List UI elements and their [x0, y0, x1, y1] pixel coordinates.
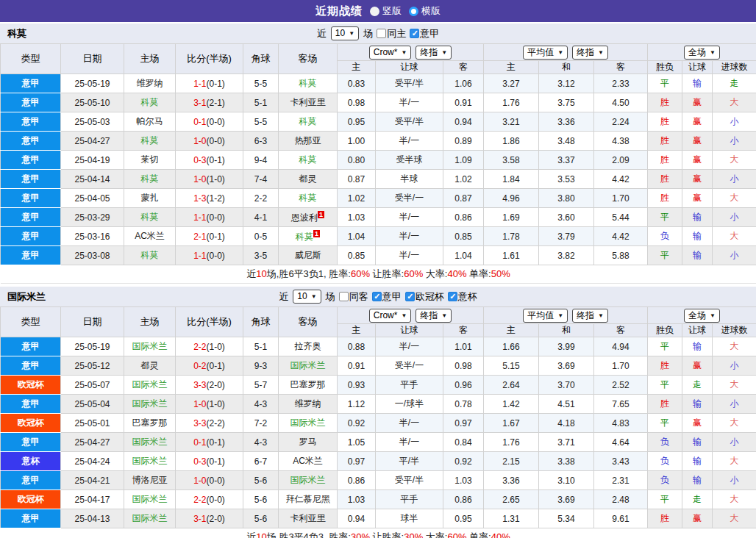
handicap-cell: 半/一	[376, 246, 443, 265]
result-wdl-cell: 胜	[648, 151, 682, 170]
odds-away-cell: 0.98	[443, 356, 484, 376]
result-handicap-cell: 赢	[682, 414, 713, 433]
fulltime-score: 1-0	[193, 174, 206, 184]
table-row: 意甲25-03-08科莫1-1(0-0)3-5威尼斯0.85半/一1.041.6…	[1, 246, 756, 265]
team-name-text: 巴塞罗那	[290, 379, 326, 390]
dropdown-select[interactable]: 终指▼	[416, 46, 452, 60]
handicap-cell: 平/半	[376, 452, 443, 471]
score-cell: 1-0(1-0)	[176, 395, 243, 414]
filter-checkbox[interactable]: 意杯	[448, 290, 477, 304]
team-name-text: 都灵	[299, 173, 317, 184]
fulltime-score: 2-2	[193, 342, 206, 352]
dropdown-select[interactable]: 全场▼	[684, 46, 720, 60]
summary-segment: 60%	[404, 268, 423, 279]
filter-checkbox[interactable]: 欧冠杯	[405, 290, 444, 304]
avg-home-cell: 3.58	[484, 151, 539, 170]
match-count-select[interactable]: 10▼	[293, 290, 321, 304]
avg-away-cell: 3.43	[594, 452, 648, 471]
team-name-text: 科莫	[141, 97, 159, 107]
avg-away-cell: 5.88	[594, 246, 648, 265]
dropdown-select[interactable]: 平均值▼	[523, 46, 568, 60]
handicap-cell: 受半/一	[376, 356, 443, 376]
odds-away-cell: 1.02	[443, 170, 484, 189]
avg-away-cell: 1.70	[594, 189, 648, 208]
avg-home-cell: 2.64	[484, 376, 539, 395]
avg-draw-cell: 4.51	[539, 395, 594, 414]
checkbox-checked-icon	[405, 292, 415, 301]
fulltime-score: 0-3	[193, 456, 206, 467]
avg-draw-cell: 3.82	[539, 246, 594, 265]
chevron-down-icon: ▼	[401, 47, 407, 58]
avg-home-cell: 1.76	[484, 93, 539, 112]
result-handicap-cell: 赢	[682, 189, 713, 208]
type-cell: 意甲	[1, 112, 61, 132]
filter-checkbox[interactable]: 同主	[377, 27, 406, 40]
matches-label: 场	[326, 290, 335, 304]
summary-segment: 10	[256, 531, 266, 538]
avg-away-cell: 5.44	[594, 208, 648, 227]
checkbox-label: 同主	[387, 27, 406, 40]
fulltime-score: 3-3	[193, 418, 206, 428]
handicap-cell: 受平/半	[376, 112, 443, 132]
result-goals-cell: 小	[713, 246, 756, 265]
result-goals-cell: 小	[713, 170, 756, 189]
date-cell: 25-04-27	[61, 433, 124, 452]
home-team-cell: 蒙扎	[124, 189, 176, 208]
checkbox-unchecked-icon	[339, 292, 349, 301]
score-cell: 3-3(2-2)	[176, 414, 243, 433]
table-row: 欧冠杯25-05-01巴塞罗那3-3(2-2)7-2国际米兰0.92半/一0.9…	[1, 414, 756, 433]
avg-home-cell: 3.27	[484, 74, 539, 93]
odds-home-cell: 0.86	[338, 471, 376, 490]
halftime-score: (0-0)	[207, 476, 225, 486]
date-cell: 25-04-14	[61, 170, 124, 189]
odds-away-cell: 0.86	[443, 490, 484, 509]
dropdown-select[interactable]: 终指▼	[572, 309, 608, 323]
odds-away-cell: 0.89	[443, 132, 484, 151]
column-subheader: 和	[539, 324, 594, 337]
filter-checkbox[interactable]: 意甲	[410, 27, 439, 40]
filter-checkbox[interactable]: 同客	[339, 290, 368, 304]
filter-checkbox[interactable]: 意甲	[372, 290, 402, 304]
team-name-text: 国际米兰	[132, 494, 168, 504]
radio-vertical-layout[interactable]: 竖版	[370, 4, 402, 18]
away-team-cell: 科莫	[279, 74, 338, 93]
column-subheader: 主	[338, 61, 376, 74]
dropdown-select[interactable]: 终指▼	[416, 309, 452, 323]
chevron-down-icon: ▼	[557, 310, 563, 321]
column-subheader: 胜负	[648, 324, 682, 337]
team-name-text: 恩波利	[291, 212, 318, 223]
type-cell: 欧冠杯	[1, 490, 61, 509]
score-cell: 1-0(1-0)	[176, 170, 243, 189]
avg-away-cell: 4.38	[594, 132, 648, 151]
score-cell: 1-0(0-0)	[176, 471, 243, 490]
avg-away-cell: 4.50	[594, 93, 648, 112]
radio-unselected-icon	[370, 7, 379, 16]
summary-segment: 单率:	[466, 531, 491, 538]
table-row: 意甲25-03-29科莫1-1(0-0)4-1恩波利11.03半/一0.861.…	[1, 208, 756, 227]
dropdown-select[interactable]: Crow*▼	[369, 46, 412, 60]
team-name-text: AC米兰	[135, 231, 165, 241]
result-goals-cell: 小	[713, 471, 756, 490]
radio-horizontal-layout[interactable]: 横版	[409, 4, 441, 18]
checkbox-label: 意甲	[382, 290, 402, 304]
dropdown-select[interactable]: 平均值▼	[523, 309, 568, 323]
dropdown-select[interactable]: Crow*▼	[369, 309, 412, 323]
column-subheader: 客	[443, 61, 484, 74]
handicap-cell: 半球	[376, 170, 443, 189]
handicap-cell: 半/一	[376, 208, 443, 227]
page-title: 近期战绩	[315, 4, 363, 18]
dropdown-value: 全场	[688, 310, 706, 321]
home-team-cell: 科莫	[124, 246, 176, 265]
chevron-down-icon: ▼	[710, 310, 716, 321]
type-cell: 欧冠杯	[1, 376, 61, 395]
avg-away-cell: 1.70	[594, 356, 648, 376]
dropdown-select[interactable]: 全场▼	[684, 309, 720, 323]
avg-draw-cell: 3.80	[539, 189, 594, 208]
avg-away-cell: 2.52	[594, 376, 648, 395]
odds-home-cell: 0.88	[338, 337, 376, 356]
dropdown-select[interactable]: 终指▼	[572, 46, 608, 60]
column-header: 角球	[243, 307, 279, 337]
result-goals-cell: 大	[713, 93, 756, 112]
corner-cell: 5-7	[243, 376, 279, 395]
match-count-select[interactable]: 10▼	[331, 26, 359, 40]
